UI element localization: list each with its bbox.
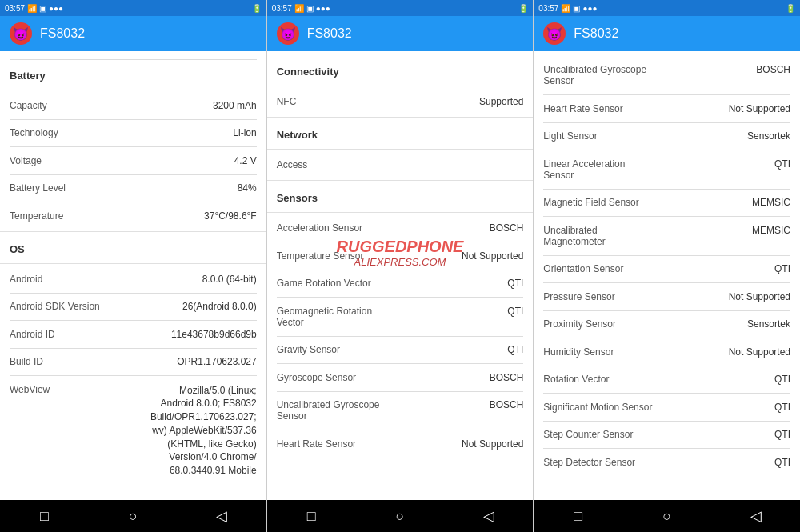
label-linear-accel-3: Linear AccelerationSensor — [543, 158, 666, 181]
label-step-detector-3: Step Detector Sensor — [543, 457, 666, 468]
div-3 — [10, 174, 257, 175]
row-battery-level: Battery Level 84% — [0, 176, 266, 200]
value-build-id: OPR1.170623.027 — [133, 356, 256, 367]
signal-icon-2: 📶 — [294, 4, 304, 13]
div-s3 — [277, 297, 524, 298]
label-temperature: Temperature — [10, 210, 133, 222]
app-icon-2: 😈 — [277, 22, 299, 45]
app-title-2: FS8032 — [307, 26, 352, 41]
value-uncal-mag-3: MEMSIC — [667, 225, 790, 236]
value-uncal-gyro: BOSCH — [400, 399, 523, 410]
status-bar-2: 03:57 📶 ▣ ●●● 🔋 — [267, 0, 534, 16]
row-light-3: Light Sensor Sensortek — [534, 124, 800, 148]
row-build-id: Build ID OPR1.170623.027 — [0, 350, 266, 374]
row-uncal-mag-3: UncalibratedMagnetometer MEMSIC — [534, 218, 800, 254]
div-s6 — [277, 391, 524, 392]
content-1[interactable]: Battery Capacity 3200 mAh Technology Li-… — [0, 51, 266, 500]
div-5 — [10, 293, 257, 294]
row-rotation-3: Rotation Vector QTI — [534, 367, 800, 391]
nav-circle-2[interactable]: ○ — [388, 508, 412, 525]
div-1 — [10, 119, 257, 120]
status-bar-3: 03:57 📶 ▣ ●●● 🔋 — [534, 0, 800, 16]
nav-circle-1[interactable]: ○ — [121, 508, 145, 525]
nav-square-1[interactable]: □ — [32, 508, 56, 525]
divider-os-bottom — [0, 263, 266, 264]
label-acceleration: Acceleration Sensor — [277, 222, 400, 234]
label-webview: WebView — [10, 384, 133, 395]
div-3-6 — [543, 255, 790, 256]
row-heart-rate: Heart Rate Sensor Not Supported — [267, 432, 534, 456]
battery-header: Battery — [0, 62, 266, 86]
app-title-1: FS8032 — [40, 26, 85, 41]
label-geo-rotation: Geomagnetic RotationVector — [277, 306, 400, 328]
value-heart-rate: Not Supported — [400, 438, 523, 450]
row-technology: Technology Li-ion — [0, 121, 266, 145]
label-uncal-gyro-3: Uncalibrated GyroscopeSensor — [543, 64, 666, 86]
wifi-icon-3: ▣ — [573, 4, 580, 13]
content-2[interactable]: RUGGEDPHONE ALIEXPRESS.COM Connectivity … — [267, 51, 534, 500]
value-sdk: 26(Android 8.0.0) — [133, 301, 256, 312]
status-bar-1: 03:57 📶 ▣ ●●● 🔋 — [0, 0, 266, 16]
nav-square-2[interactable]: □ — [299, 508, 323, 525]
div-3-2 — [543, 122, 790, 123]
app-bar-1: 😈 FS8032 — [0, 16, 266, 51]
value-geo-rotation: QTI — [400, 306, 523, 317]
label-orientation-3: Orientation Sensor — [543, 263, 666, 274]
div-3-13 — [543, 448, 790, 449]
divider-sensors-bottom — [267, 212, 534, 213]
app-bar-2: 😈 FS8032 — [267, 16, 534, 51]
value-technology: Li-ion — [133, 127, 256, 138]
status-right-3: 🔋 — [786, 4, 795, 13]
value-capacity: 3200 mAh — [133, 100, 256, 111]
signal-icon-3: 📶 — [561, 4, 570, 13]
div-3-11 — [543, 393, 790, 394]
value-temperature: 37°C/98.6°F — [133, 210, 256, 222]
label-light-3: Light Sensor — [543, 130, 666, 142]
row-access: Access — [267, 153, 534, 177]
value-voltage: 4.2 V — [133, 155, 256, 166]
row-geo-rotation: Geomagnetic RotationVector QTI — [267, 299, 534, 334]
content-3[interactable]: Uncalibrated GyroscopeSensor BOSCH Heart… — [534, 51, 800, 500]
divider-connectivity — [267, 86, 534, 86]
label-android-id: Android ID — [10, 329, 133, 340]
nav-back-2[interactable]: ◁ — [477, 507, 501, 525]
row-pressure-3: Pressure Sensor Not Supported — [534, 285, 800, 309]
label-voltage: Voltage — [10, 155, 133, 166]
dots-icon-2: ●●● — [316, 4, 330, 13]
row-step-counter-3: Step Counter Sensor QTI — [534, 422, 800, 446]
row-voltage: Voltage 4.2 V — [0, 149, 266, 173]
div-7 — [10, 348, 257, 349]
label-game-rotation: Game Rotation Vector — [277, 278, 400, 289]
div-3-10 — [543, 366, 790, 366]
battery-icon-2: 🔋 — [518, 4, 528, 13]
row-humidity-3: Humidity Sensor Not Supported — [534, 340, 800, 364]
battery-icon-3: 🔋 — [786, 4, 795, 13]
row-android-id: Android ID 11e43678b9d66d9b — [0, 322, 266, 346]
div-2 — [10, 146, 257, 147]
nav-back-1[interactable]: ◁ — [210, 507, 234, 525]
value-uncal-gyro-3: BOSCH — [667, 64, 790, 75]
label-pressure-3: Pressure Sensor — [543, 291, 666, 302]
value-android-id: 11e43678b9d66d9b — [133, 329, 256, 340]
nav-bar-3: □ ○ ◁ — [534, 500, 800, 532]
nav-square-3[interactable]: □ — [566, 508, 590, 525]
nav-bar-1: □ ○ ◁ — [0, 500, 266, 532]
value-mag-field-3: MEMSIC — [667, 197, 790, 208]
label-step-counter-3: Step Counter Sensor — [543, 429, 666, 440]
label-temp-sensor: Temperature Sensor — [277, 250, 400, 262]
screen-3: 03:57 📶 ▣ ●●● 🔋 😈 FS8032 Uncalibrated Gy… — [534, 0, 800, 532]
row-gyroscope: Gyroscope Sensor BOSCH — [267, 366, 534, 390]
label-mag-field-3: Magnetic Field Sensor — [543, 197, 666, 208]
divider-os-top — [0, 231, 266, 232]
status-right-2: 🔋 — [518, 4, 528, 13]
signal-icon-1: 📶 — [27, 4, 37, 13]
div-3-9 — [543, 338, 790, 338]
nav-circle-3[interactable]: ○ — [655, 508, 679, 525]
app-bar-3: 😈 FS8032 — [534, 16, 800, 51]
div-3-7 — [543, 282, 790, 283]
nav-bar-2: □ ○ ◁ — [267, 500, 534, 532]
nav-back-3[interactable]: ◁ — [744, 507, 768, 525]
value-nfc: Supported — [400, 96, 523, 107]
wifi-icon-2: ▣ — [306, 4, 314, 13]
div-s2 — [277, 270, 524, 270]
